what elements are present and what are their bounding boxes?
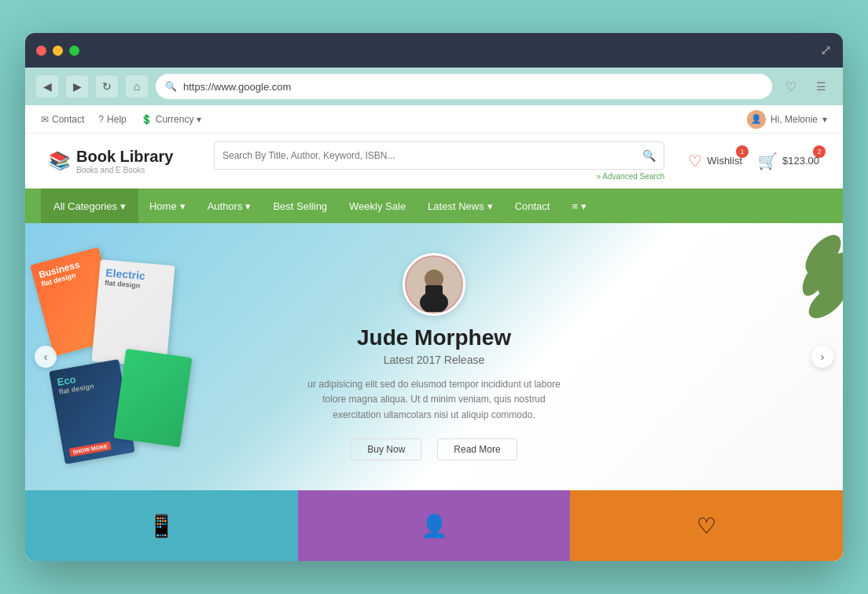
- nav-item-contact[interactable]: Contact: [504, 189, 561, 223]
- author-subtitle: Latest 2017 Release: [384, 354, 484, 366]
- url-bar[interactable]: 🔍 https://www.google.com: [156, 74, 772, 99]
- site-header: 📚 Book Library Books and E Books 🔍 » Adv…: [25, 134, 843, 189]
- book-eco-cta[interactable]: SHOW MORE: [69, 442, 112, 457]
- search-submit-icon[interactable]: 🔍: [642, 149, 656, 162]
- header-right: ♡ 1 Wishlist 🛒 2 $123.00: [688, 152, 819, 170]
- currency-label: Currency: [156, 114, 194, 125]
- ebooks-icon: 📱: [148, 513, 175, 539]
- bookmark-button[interactable]: ♡: [780, 75, 802, 97]
- user-greeting: Hi, Melonie: [771, 114, 818, 125]
- promo-strip: 📱 👤 ♡: [25, 490, 843, 561]
- fullscreen-icon[interactable]: ⤢: [820, 42, 832, 59]
- help-icon: ?: [98, 114, 104, 125]
- nav-item-all-categories[interactable]: All Categories ▾: [41, 189, 138, 223]
- home-label: Home: [149, 200, 177, 212]
- forward-button[interactable]: ▶: [66, 75, 88, 97]
- logo-title: Book Library: [76, 148, 173, 166]
- contact-icon: ✉: [41, 114, 49, 125]
- svg-rect-8: [425, 285, 443, 298]
- title-bar: ⤢: [25, 33, 843, 68]
- logo-subtitle: Books and E Books: [76, 166, 173, 174]
- contact-nav-label: Contact: [515, 200, 550, 212]
- cart-badge: 2: [813, 145, 826, 158]
- more-chevron-icon: ▾: [581, 200, 587, 212]
- promo-box-wishlist[interactable]: ♡: [570, 490, 843, 561]
- search-area: 🔍 » Advanced Search: [214, 141, 664, 181]
- nav-item-latest-news[interactable]: Latest News ▾: [417, 189, 504, 223]
- promo-box-ebooks[interactable]: 📱: [25, 490, 298, 561]
- logo-icon: 📚: [49, 151, 70, 171]
- weekly-sale-label: Weekly Sale: [349, 200, 406, 212]
- utility-left: ✉ Contact ? Help 💲 Currency ▾: [41, 114, 201, 125]
- minimize-button[interactable]: [53, 46, 63, 56]
- nav-bar: All Categories ▾ Home ▾ Authors ▾ Best S…: [25, 189, 843, 223]
- currency-selector[interactable]: 💲 Currency ▾: [141, 114, 202, 125]
- wishlist-promo-icon: ♡: [697, 513, 716, 539]
- url-search-icon: 🔍: [165, 81, 177, 92]
- user-avatar: 👤: [747, 110, 766, 129]
- address-bar: ◀ ▶ ↻ ⌂ 🔍 https://www.google.com ♡ ☰: [25, 68, 843, 105]
- refresh-button[interactable]: ↻: [96, 75, 118, 97]
- nav-item-weekly-sale[interactable]: Weekly Sale: [338, 189, 417, 223]
- nav-item-more[interactable]: ≡ ▾: [561, 189, 598, 223]
- hero-buttons: Buy Now Read More: [351, 438, 517, 460]
- nav-item-home[interactable]: Home ▾: [138, 189, 197, 223]
- currency-icon: 💲: [141, 114, 153, 125]
- currency-chevron-icon: ▾: [197, 114, 201, 125]
- author-avatar: [403, 253, 465, 316]
- promo-box-authors[interactable]: 👤: [298, 490, 571, 561]
- contact-link[interactable]: ✉ Contact: [41, 114, 84, 125]
- logo-area[interactable]: 📚 Book Library Books and E Books: [49, 148, 190, 174]
- help-label: Help: [107, 114, 127, 125]
- search-input[interactable]: [223, 150, 636, 161]
- book-stack: Business flat design Electric flat desig…: [33, 239, 190, 475]
- url-text: https://www.google.com: [183, 81, 291, 93]
- browser-window: ⤢ ◀ ▶ ↻ ⌂ 🔍 https://www.google.com ♡ ☰ ✉…: [25, 33, 843, 561]
- search-box[interactable]: 🔍: [214, 141, 664, 170]
- all-categories-label: All Categories: [53, 200, 117, 212]
- window-controls: [36, 46, 79, 56]
- user-menu[interactable]: 👤 Hi, Melonie ▾: [747, 110, 827, 129]
- read-more-button[interactable]: Read More: [437, 438, 517, 460]
- author-name: Jude Morphew: [357, 325, 511, 350]
- browser-menu-button[interactable]: ☰: [810, 75, 832, 97]
- authors-promo-icon: 👤: [421, 513, 448, 539]
- wishlist-icon: ♡: [688, 152, 702, 170]
- wishlist-button[interactable]: ♡ 1 Wishlist: [688, 152, 742, 170]
- authors-chevron-icon: ▾: [245, 200, 251, 212]
- advanced-search-link[interactable]: » Advanced Search: [596, 172, 664, 181]
- hero-description: ur adipisicing elit sed do eiusmod tempo…: [300, 377, 568, 423]
- back-button[interactable]: ◀: [36, 75, 58, 97]
- all-categories-chevron-icon: ▾: [120, 200, 126, 212]
- nav-item-best-selling[interactable]: Best Selling: [262, 189, 338, 223]
- book-teal: [113, 349, 192, 448]
- buy-now-button[interactable]: Buy Now: [351, 438, 421, 460]
- cart-button[interactable]: 🛒 2 $123.00: [758, 152, 819, 170]
- authors-label: Authors: [208, 200, 243, 212]
- slider-next-button[interactable]: ›: [811, 346, 833, 368]
- contact-label: Contact: [52, 114, 84, 125]
- maximize-button[interactable]: [69, 46, 79, 56]
- best-selling-label: Best Selling: [273, 200, 327, 212]
- cart-icon: 🛒: [758, 152, 778, 170]
- user-menu-chevron-icon: ▾: [822, 114, 827, 125]
- close-button[interactable]: [36, 46, 46, 56]
- author-avatar-svg: [406, 257, 462, 312]
- site-content: ✉ Contact ? Help 💲 Currency ▾ 👤 Hi, Melo…: [25, 105, 843, 561]
- nav-item-authors[interactable]: Authors ▾: [197, 189, 263, 223]
- home-button[interactable]: ⌂: [126, 75, 148, 97]
- wishlist-label: Wishlist: [707, 155, 742, 167]
- logo-text-area: Book Library Books and E Books: [76, 148, 173, 174]
- more-icon: ≡: [572, 200, 578, 212]
- latest-news-label: Latest News: [428, 200, 484, 212]
- utility-bar: ✉ Contact ? Help 💲 Currency ▾ 👤 Hi, Melo…: [25, 105, 843, 134]
- home-chevron-icon: ▾: [180, 200, 186, 212]
- latest-news-chevron-icon: ▾: [487, 200, 493, 212]
- wishlist-badge: 1: [736, 145, 748, 158]
- help-link[interactable]: ? Help: [98, 114, 126, 125]
- hero-center: Jude Morphew Latest 2017 Release ur adip…: [269, 223, 599, 490]
- cart-amount: $123.00: [782, 155, 819, 167]
- hero-slider: Business flat design Electric flat desig…: [25, 223, 843, 490]
- slider-prev-button[interactable]: ‹: [35, 346, 57, 368]
